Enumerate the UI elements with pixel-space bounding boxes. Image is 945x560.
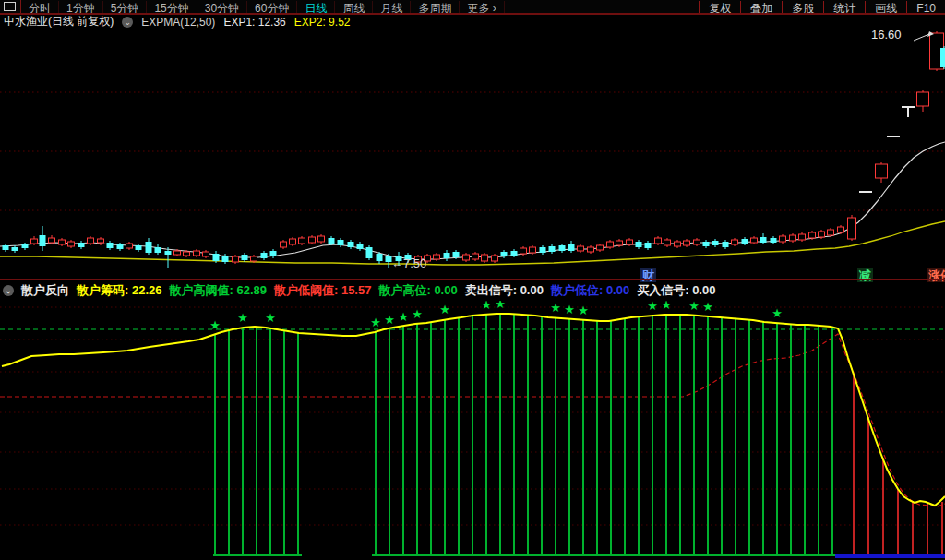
candle-down: [712, 241, 719, 245]
candle-up: [482, 255, 488, 261]
candle-up: [31, 239, 38, 244]
candle-up: [819, 232, 825, 237]
candle-down: [760, 237, 767, 243]
candle-down: [771, 238, 777, 243]
candle-up: [174, 251, 181, 255]
candle-up: [68, 242, 75, 246]
candle-up: [463, 255, 470, 260]
candle-down: [136, 245, 142, 250]
candle-up: [694, 240, 700, 244]
star-marker: ★: [495, 301, 506, 311]
candle-up: [434, 255, 440, 259]
candle-up: [299, 238, 305, 244]
candlestick-chart[interactable]: [0, 0, 945, 280]
star-marker: ★: [772, 306, 783, 320]
candle-up: [318, 236, 325, 242]
candle-up: [848, 218, 856, 239]
star-marker: ★: [481, 301, 492, 312]
candle-down: [723, 242, 729, 247]
candle-down: [155, 247, 161, 253]
candle-up: [799, 234, 806, 240]
candle-down: [213, 254, 220, 261]
candle-down: [348, 242, 354, 247]
candle-up: [98, 239, 104, 243]
indicator-field: 散户低位: 0.00: [551, 282, 629, 299]
candle-down: [366, 247, 373, 258]
candle-down: [270, 251, 277, 256]
candle-down: [940, 48, 945, 67]
candle-down: [338, 240, 344, 245]
candle-up: [49, 238, 55, 243]
star-marker: ★: [412, 307, 423, 321]
candle-up: [616, 241, 623, 245]
indicator-field: 卖出信号: 0.00: [465, 282, 544, 299]
candle-up: [203, 252, 209, 256]
candle-down: [703, 242, 710, 246]
candle-up: [309, 237, 316, 243]
candle-down: [40, 235, 46, 246]
indicator-field: 散户筹码: 22.26: [77, 282, 161, 299]
low-price-annotation: ←7.50: [391, 256, 426, 270]
candle-down: [146, 242, 152, 253]
candle-up: [588, 247, 594, 252]
indicator-values: 散户筹码: 22.26散户高阈值: 62.89散户低阈值: 15.57散户高位:…: [77, 282, 715, 299]
collapse-indicator-icon[interactable]: ⌄: [3, 285, 14, 296]
candle-down: [377, 254, 383, 261]
candle-down: [78, 243, 85, 247]
indicator-chart[interactable]: ★★★★★★★★★★★★★★★★★★: [0, 301, 945, 560]
indicator-name[interactable]: 散户反向: [21, 282, 69, 299]
candle-up: [88, 238, 94, 244]
star-marker: ★: [578, 304, 589, 317]
star-marker: ★: [370, 316, 381, 329]
candle-up: [876, 164, 888, 178]
candle-down: [559, 245, 566, 251]
star-marker: ★: [647, 301, 658, 313]
trading-app-window: 分时1分钟5分钟15分钟30分钟60分钟日线周线月线多周期更多 › 复权叠加多股…: [0, 0, 945, 560]
candle-down: [222, 256, 229, 262]
candle-up: [790, 235, 796, 241]
candle-up: [126, 244, 133, 248]
star-marker: ★: [439, 303, 450, 316]
candle-down: [12, 247, 18, 251]
candle-up: [251, 256, 257, 261]
candle-up: [184, 252, 190, 256]
candle-up: [520, 248, 527, 254]
candle-down: [636, 242, 642, 247]
star-marker: ★: [688, 301, 700, 313]
star-marker: ★: [265, 311, 276, 325]
price-arrow: [914, 34, 929, 41]
star-marker: ★: [550, 301, 561, 315]
star-marker: ★: [702, 301, 713, 314]
candle-down: [540, 247, 546, 253]
candle-up: [917, 92, 929, 106]
candle-up: [751, 238, 758, 243]
candle-up: [838, 227, 844, 232]
candle-down: [261, 253, 268, 258]
candle-down: [568, 244, 575, 251]
candle-up: [655, 238, 662, 244]
candle-down: [357, 244, 364, 249]
low-zone-band: [835, 554, 945, 558]
candle-up: [780, 236, 786, 242]
candle-down: [742, 239, 748, 244]
candle-down: [444, 253, 450, 258]
indicator-field: 散户低阈值: 15.57: [274, 282, 371, 299]
candle-up: [472, 254, 479, 259]
candle-up: [597, 245, 604, 250]
candle-up: [627, 240, 633, 244]
indicator-header: ⌄ 散户反向 散户筹码: 22.26散户高阈值: 62.89散户低阈值: 15.…: [3, 281, 715, 299]
candle-up: [675, 242, 681, 246]
candle-down: [107, 243, 114, 248]
candle-up: [664, 240, 671, 245]
candle-up: [530, 247, 536, 253]
candle-down: [117, 244, 124, 249]
candle-up: [194, 251, 200, 256]
candle-up: [732, 240, 738, 244]
candle-up: [607, 242, 614, 247]
star-marker: ★: [661, 301, 672, 312]
candle-up: [59, 240, 66, 244]
candle-down: [165, 251, 172, 255]
star-marker: ★: [398, 310, 409, 324]
star-marker: ★: [209, 318, 221, 332]
candle-down: [3, 245, 9, 250]
